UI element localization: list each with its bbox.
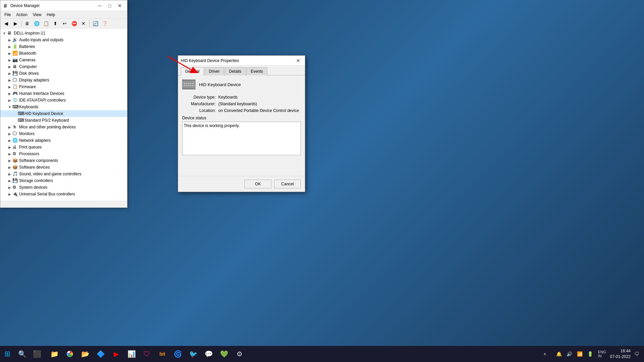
expander-bluetooth[interactable]: ▶ <box>7 51 12 56</box>
tree-item-usb[interactable]: ▶ 🔌 Universal Serial Bus controllers <box>0 191 127 197</box>
taskbar-icon-youtube[interactable]: ▶ <box>109 347 123 361</box>
tree-item-keyboards[interactable]: ▼ ⌨ Keyboards <box>0 104 127 110</box>
forward-button[interactable]: ▶ <box>11 19 20 27</box>
expander-cameras[interactable]: ▶ <box>7 57 12 63</box>
expander-storage[interactable]: ▶ <box>7 178 12 183</box>
computer-button[interactable]: 🖥 <box>23 19 32 27</box>
scan-button[interactable]: 🔄 <box>91 19 100 27</box>
tab-events[interactable]: Events <box>246 67 267 75</box>
menu-help[interactable]: Help <box>44 12 58 18</box>
tree-item-dell[interactable]: ▼ 🖥 DELL-Inspiron-11 <box>0 30 127 37</box>
taskbar-icon-bit[interactable]: bit <box>155 347 170 361</box>
tray-chevron[interactable]: ∧ <box>538 347 552 361</box>
tree-item-displayadapters[interactable]: ▶ 🖵 Display adapters <box>0 77 127 83</box>
expander-displayadapters[interactable]: ▶ <box>7 77 12 83</box>
expander-system[interactable]: ▶ <box>7 185 12 190</box>
tree-item-hid[interactable]: ▶ 🎮 Human Interface Devices <box>0 90 127 97</box>
expander-processors[interactable]: ▶ <box>7 151 12 157</box>
menu-view[interactable]: View <box>30 12 44 18</box>
expander-sound[interactable]: ▶ <box>7 171 12 177</box>
label-keyboards: Keyboards <box>19 105 38 109</box>
maximize-button[interactable]: □ <box>105 2 114 9</box>
svg-rect-5 <box>186 83 187 84</box>
menu-action[interactable]: Action <box>13 12 30 18</box>
expander-usb[interactable]: ▶ <box>7 191 12 197</box>
taskbar-icon-chrome[interactable] <box>62 347 77 361</box>
expander-softwaredevices[interactable]: ▶ <box>7 165 12 170</box>
taskbar-icon-app2[interactable]: 📊 <box>124 347 139 361</box>
expander-ide[interactable]: ▶ <box>7 98 12 103</box>
taskbar-search-button[interactable]: 🔍 <box>15 347 30 361</box>
tree-item-ide[interactable]: ▶ 💿 IDE ATA/ATAPI controllers <box>0 97 127 104</box>
tree-item-printqueues[interactable]: ▶ 🖨 Print queues <box>0 144 127 150</box>
tree-item-monitors[interactable]: ▶ 🖵 Monitors <box>0 130 127 137</box>
tree-item-sound[interactable]: ▶ 🎵 Sound, video and game controllers <box>0 171 127 177</box>
disable-button[interactable]: ⛔ <box>70 19 78 27</box>
update-driver-button[interactable]: ⬆ <box>51 19 60 27</box>
ok-button[interactable]: OK <box>245 180 271 188</box>
expander-monitors[interactable]: ▶ <box>7 131 12 136</box>
tree-item-audio[interactable]: ▶ 🔊 Audio inputs and outputs <box>0 37 127 43</box>
expander-softwarecomponents[interactable]: ▶ <box>7 158 12 163</box>
tree-item-bluetooth[interactable]: ▶ 📶 Bluetooth <box>0 50 127 57</box>
taskbar-icon-messenger[interactable]: 💬 <box>201 347 216 361</box>
taskbar-icon-files[interactable]: 📂 <box>78 347 93 361</box>
status-textbox[interactable]: This device is working properly. <box>182 122 301 155</box>
network-button[interactable]: 🌐 <box>32 19 41 27</box>
icon-diskdrives: 💾 <box>12 71 18 76</box>
expander-computer[interactable]: ▶ <box>7 64 12 69</box>
tree-item-ps2keyboard[interactable]: ⌨ Standard PS/2 Keyboard <box>0 117 127 124</box>
tab-driver[interactable]: Driver <box>205 67 224 75</box>
tree-item-softwaredevices[interactable]: ▶ 📦 Software devices <box>0 164 127 171</box>
icon-monitors: 🖵 <box>12 131 18 136</box>
taskbar-icon-vpn[interactable]: 🛡 <box>140 347 154 361</box>
taskbar-icon-app3[interactable]: 🌀 <box>170 347 185 361</box>
expander-diskdrives[interactable]: ▶ <box>7 71 12 76</box>
tray-icon-volume[interactable]: 🔊 <box>566 351 573 357</box>
back-button[interactable]: ◀ <box>2 19 10 27</box>
tree-item-processors[interactable]: ▶ ⚙ Processors <box>0 150 127 157</box>
taskbar-taskview-button[interactable]: ⬛ <box>30 347 44 361</box>
expander-audio[interactable]: ▶ <box>7 37 12 43</box>
expander-printqueues[interactable]: ▶ <box>7 144 12 150</box>
expander-network[interactable]: ▶ <box>7 138 12 143</box>
tree-item-firmware[interactable]: ▶ 📋 Firmware <box>0 83 127 90</box>
tray-icon-notification[interactable]: 🗨 <box>633 351 640 357</box>
menu-file[interactable]: File <box>2 12 13 18</box>
tree-item-mice[interactable]: ▶ 🖱 Mice and other pointing devices <box>0 124 127 130</box>
expander-firmware[interactable]: ▶ <box>7 84 12 89</box>
tree-item-cameras[interactable]: ▶ 📷 Cameras <box>0 57 127 63</box>
close-button[interactable]: ✕ <box>115 2 124 9</box>
tree-item-hidkeyboard[interactable]: ⌨ HID Keyboard Device <box>0 110 127 117</box>
tab-general[interactable]: General <box>181 67 204 75</box>
taskbar-icon-twitter[interactable]: 🐦 <box>186 347 201 361</box>
rollback-button[interactable]: ↩ <box>60 19 69 27</box>
taskbar-icon-app5[interactable]: ⚙ <box>232 347 247 361</box>
tree-view[interactable]: ▼ 🖥 DELL-Inspiron-11 ▶ 🔊 Audio inputs an… <box>0 28 127 201</box>
icon-hidkeyboard: ⌨ <box>18 111 23 116</box>
tree-item-batteries[interactable]: ▶ 🔋 Batteries <box>0 43 127 50</box>
tree-item-computer[interactable]: ▶ 🖥 Computer <box>0 63 127 70</box>
tree-item-storage[interactable]: ▶ 💾 Storage controllers <box>0 177 127 184</box>
label-firmware: Firmware <box>19 84 36 89</box>
dialog-close-button[interactable]: ✕ <box>294 57 302 64</box>
tree-item-softwarecomponents[interactable]: ▶ 📦 Software components <box>0 157 127 164</box>
uninstall-button[interactable]: ✕ <box>79 19 88 27</box>
expander-dell[interactable]: ▼ <box>2 31 7 36</box>
tab-details[interactable]: Details <box>225 67 246 75</box>
expander-batteries[interactable]: ▶ <box>7 44 12 49</box>
cancel-button[interactable]: Cancel <box>274 180 301 188</box>
expander-hid[interactable]: ▶ <box>7 91 12 96</box>
start-button[interactable]: ⊞ <box>0 347 15 361</box>
tree-item-network[interactable]: ▶ 🌐 Network adapters <box>0 137 127 144</box>
taskbar-icon-app1[interactable]: 🔷 <box>93 347 108 361</box>
minimize-button[interactable]: ─ <box>95 2 104 9</box>
expander-mice[interactable]: ▶ <box>7 124 12 130</box>
taskbar-icon-whatsapp[interactable]: 💚 <box>217 347 231 361</box>
tree-item-diskdrives[interactable]: ▶ 💾 Disk drives <box>0 70 127 77</box>
tree-item-system[interactable]: ▶ ⚙ System devices <box>0 184 127 191</box>
expander-keyboards[interactable]: ▼ <box>7 104 12 110</box>
properties-button[interactable]: 📋 <box>42 19 50 27</box>
tray-icon-wifi[interactable]: 📶 <box>576 351 584 357</box>
taskbar-icon-explorer[interactable]: 📁 <box>47 347 62 361</box>
